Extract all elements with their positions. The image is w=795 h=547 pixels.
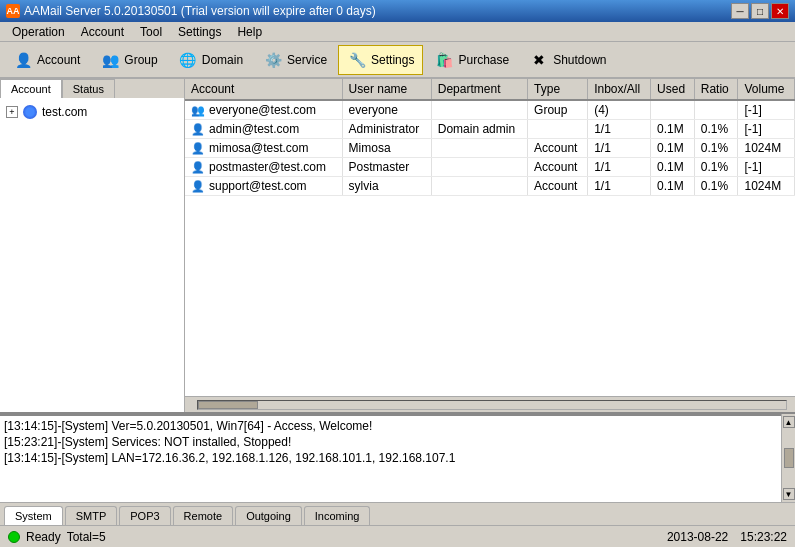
log-line: [13:14:15]-[System] LAN=172.16.36.2, 192… [4,450,777,466]
cell-inbox-all: 1/1 [588,120,651,139]
sidebar-tab-bar: Account Status [0,79,184,98]
column-header-user-name[interactable]: User name [342,79,431,100]
content-panel: AccountUser nameDepartmentTypeInbox/AllU… [185,79,795,412]
time-display: 15:23:22 [740,530,787,544]
expand-icon[interactable]: + [6,106,18,118]
account-toolbar-icon: 👤 [13,50,33,70]
table-row[interactable]: 👤admin@test.comAdministratorDomain admin… [185,120,795,139]
log-line: [13:14:15]-[System] Ver=5.0.20130501, Wi… [4,418,777,434]
cell-username: sylvia [342,177,431,196]
sidebar-tree: + test.com [0,98,184,412]
table-row[interactable]: 👤support@test.comsylviaAccount1/10.1M0.1… [185,177,795,196]
status-bar: Ready Total=5 2013-08-22 15:23:22 [0,525,795,547]
bottom-tab-outgoing[interactable]: Outgoing [235,506,302,525]
user-row-icon: 👤 [191,161,205,173]
cell-inbox-all: (4) [588,100,651,120]
column-header-used[interactable]: Used [651,79,695,100]
app-icon: AA [6,4,20,18]
cell-account: 👤support@test.com [185,177,342,196]
column-header-ratio[interactable]: Ratio [694,79,738,100]
cell-used [651,100,695,120]
maximize-button[interactable]: □ [751,3,769,19]
scroll-thumb-vertical[interactable] [784,448,794,468]
status-led [8,531,20,543]
shutdown-toolbar-label: Shutdown [553,53,606,67]
cell-inbox-all: 1/1 [588,158,651,177]
minimize-button[interactable]: ─ [731,3,749,19]
sidebar: Account Status + test.com [0,79,185,412]
column-header-account[interactable]: Account [185,79,342,100]
close-button[interactable]: ✕ [771,3,789,19]
cell-type: Account [528,139,588,158]
user-row-icon: 👤 [191,180,205,192]
sidebar-tab-status[interactable]: Status [62,79,115,98]
toolbar-settings-button[interactable]: 🔧Settings [338,45,423,75]
settings-toolbar-label: Settings [371,53,414,67]
table-row[interactable]: 👤postmaster@test.comPostmasterAccount1/1… [185,158,795,177]
table-row[interactable]: 👤mimosa@test.comMimosaAccount1/10.1M0.1%… [185,139,795,158]
cell-volume: 1024M [738,177,795,196]
sidebar-tab-account[interactable]: Account [0,79,62,98]
scroll-track[interactable] [197,400,787,410]
menu-help[interactable]: Help [229,23,270,41]
cell-used: 0.1M [651,120,695,139]
scroll-up-button[interactable]: ▲ [783,416,795,428]
column-header-volume[interactable]: Volume [738,79,795,100]
menu-operation[interactable]: Operation [4,23,73,41]
tree-item-label: test.com [42,105,87,119]
log-scrollbar[interactable]: ▲ ▼ [781,414,795,502]
toolbar-shutdown-button[interactable]: ✖Shutdown [520,45,615,75]
horizontal-scrollbar[interactable] [185,396,795,412]
cell-account: 👤mimosa@test.com [185,139,342,158]
column-header-department[interactable]: Department [431,79,527,100]
group-toolbar-label: Group [124,53,157,67]
bottom-tab-remote[interactable]: Remote [173,506,234,525]
column-header-inbox-all[interactable]: Inbox/All [588,79,651,100]
cell-account: 👤postmaster@test.com [185,158,342,177]
domain-toolbar-icon: 🌐 [178,50,198,70]
menu-account[interactable]: Account [73,23,132,41]
cell-department [431,100,527,120]
domain-icon [22,104,38,120]
toolbar-purchase-button[interactable]: 🛍️Purchase [425,45,518,75]
column-header-type[interactable]: Type [528,79,588,100]
cell-username: Administrator [342,120,431,139]
cell-ratio [694,100,738,120]
toolbar-group-button[interactable]: 👥Group [91,45,166,75]
service-toolbar-label: Service [287,53,327,67]
log-line: [15:23:21]-[System] Services: NOT instal… [4,434,777,450]
settings-toolbar-icon: 🔧 [347,50,367,70]
bottom-tab-system[interactable]: System [4,506,63,525]
cell-username: everyone [342,100,431,120]
cell-used: 0.1M [651,158,695,177]
scroll-thumb[interactable] [198,401,258,409]
cell-volume: [-1] [738,120,795,139]
account-table: AccountUser nameDepartmentTypeInbox/AllU… [185,79,795,396]
title-text: AAMail Server 5.0.20130501 (Trial versio… [24,4,376,18]
cell-ratio: 0.1% [694,139,738,158]
scroll-down-button[interactable]: ▼ [783,488,795,500]
menu-tool[interactable]: Tool [132,23,170,41]
tree-item-testcom[interactable]: + test.com [4,102,180,122]
toolbar-domain-button[interactable]: 🌐Domain [169,45,252,75]
cell-type: Group [528,100,588,120]
toolbar-account-button[interactable]: 👤Account [4,45,89,75]
cell-username: Mimosa [342,139,431,158]
menu-settings[interactable]: Settings [170,23,229,41]
bottom-tab-incoming[interactable]: Incoming [304,506,371,525]
bottom-tab-bar: SystemSMTPPOP3RemoteOutgoingIncoming [0,502,795,525]
purchase-toolbar-icon: 🛍️ [434,50,454,70]
toolbar-service-button[interactable]: ⚙️Service [254,45,336,75]
cell-department [431,158,527,177]
cell-department: Domain admin [431,120,527,139]
table-row[interactable]: 👥everyone@test.comeveryoneGroup(4)[-1] [185,100,795,120]
cell-type: Account [528,177,588,196]
bottom-tab-pop3[interactable]: POP3 [119,506,170,525]
bottom-tab-smtp[interactable]: SMTP [65,506,118,525]
cell-ratio: 0.1% [694,158,738,177]
cell-account: 👥everyone@test.com [185,100,342,120]
main-content: Account Status + test.com AccountUser na… [0,79,795,412]
cell-used: 0.1M [651,177,695,196]
cell-inbox-all: 1/1 [588,177,651,196]
service-toolbar-icon: ⚙️ [263,50,283,70]
